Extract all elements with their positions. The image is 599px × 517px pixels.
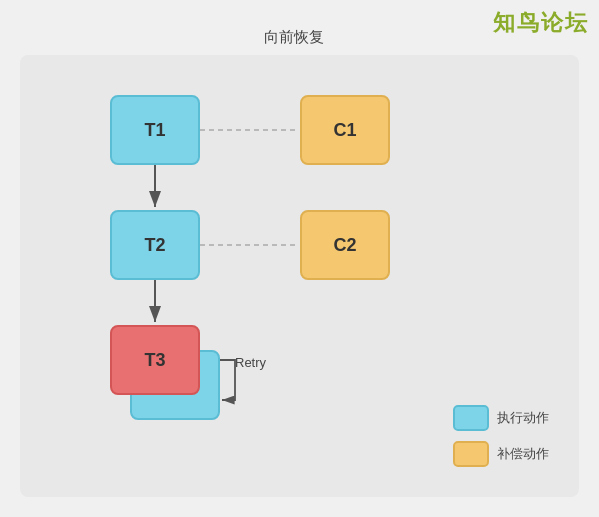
c1-box: C1	[300, 95, 390, 165]
legend-cyan-box	[453, 405, 489, 431]
legend-cyan-label: 执行动作	[497, 409, 549, 427]
watermark: 知鸟论坛	[493, 8, 589, 38]
t2-box: T2	[110, 210, 200, 280]
main-panel: T1 T2 T3 T3 C1 C2 Retry	[20, 55, 579, 497]
retry-label: Retry	[235, 355, 266, 370]
page-title: 向前恢复	[264, 28, 324, 47]
legend: 执行动作 补偿动作	[453, 405, 549, 467]
c2-box: C2	[300, 210, 390, 280]
legend-cyan-item: 执行动作	[453, 405, 549, 431]
retry-arrow	[220, 360, 235, 400]
legend-orange-box	[453, 441, 489, 467]
legend-orange-label: 补偿动作	[497, 445, 549, 463]
t3-failed-box: T3	[110, 325, 200, 395]
legend-orange-item: 补偿动作	[453, 441, 549, 467]
t1-box: T1	[110, 95, 200, 165]
